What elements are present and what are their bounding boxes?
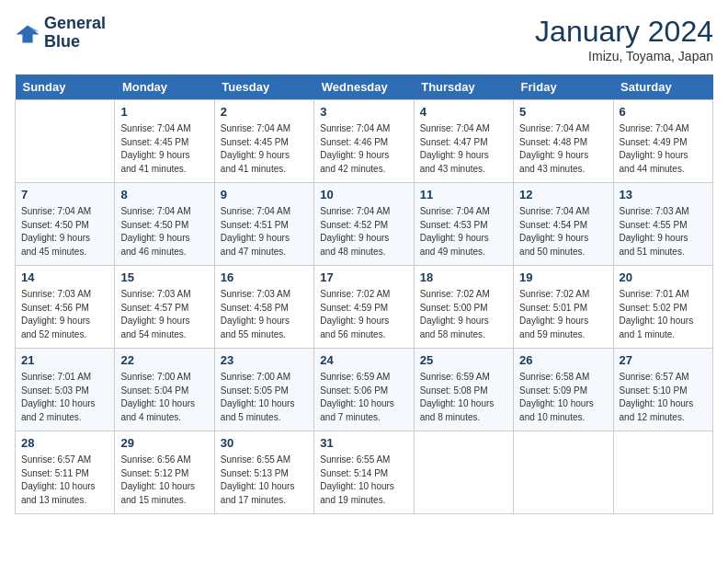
day-number: 10	[320, 187, 407, 203]
calendar-week-row: 28Sunrise: 6:57 AM Sunset: 5:11 PM Dayli…	[16, 431, 713, 514]
day-info: Sunrise: 7:04 AM Sunset: 4:51 PM Dayligh…	[221, 205, 308, 259]
calendar-cell	[613, 431, 712, 514]
calendar-cell: 11Sunrise: 7:04 AM Sunset: 4:53 PM Dayli…	[414, 183, 513, 266]
day-number: 20	[620, 270, 707, 286]
day-info: Sunrise: 7:04 AM Sunset: 4:50 PM Dayligh…	[120, 205, 208, 259]
day-info: Sunrise: 7:04 AM Sunset: 4:50 PM Dayligh…	[21, 205, 108, 259]
day-info: Sunrise: 7:03 AM Sunset: 4:55 PM Dayligh…	[620, 205, 707, 259]
header-wednesday: Wednesday	[314, 75, 414, 100]
day-info: Sunrise: 7:01 AM Sunset: 5:02 PM Dayligh…	[620, 288, 707, 341]
calendar-cell: 8Sunrise: 7:04 AM Sunset: 4:50 PM Daylig…	[115, 183, 214, 266]
calendar-cell: 23Sunrise: 7:00 AM Sunset: 5:05 PM Dayli…	[214, 349, 313, 431]
day-number: 23	[221, 352, 308, 369]
calendar-cell: 15Sunrise: 7:03 AM Sunset: 4:57 PM Dayli…	[115, 266, 214, 349]
calendar-cell: 10Sunrise: 7:04 AM Sunset: 4:52 PM Dayli…	[314, 183, 414, 266]
day-info: Sunrise: 6:58 AM Sunset: 5:09 PM Dayligh…	[519, 371, 607, 424]
calendar-cell: 31Sunrise: 6:55 AM Sunset: 5:14 PM Dayli…	[314, 431, 414, 514]
day-info: Sunrise: 6:57 AM Sunset: 5:10 PM Dayligh…	[620, 371, 707, 424]
calendar-cell: 25Sunrise: 6:59 AM Sunset: 5:08 PM Dayli…	[414, 349, 513, 431]
day-info: Sunrise: 7:03 AM Sunset: 4:56 PM Dayligh…	[21, 288, 108, 341]
title-block: January 2024 Imizu, Toyama, Japan	[535, 15, 713, 63]
day-number: 11	[420, 187, 507, 203]
calendar-cell: 6Sunrise: 7:04 AM Sunset: 4:49 PM Daylig…	[613, 100, 712, 183]
calendar-cell	[514, 431, 613, 514]
day-number: 19	[519, 270, 607, 286]
day-info: Sunrise: 6:59 AM Sunset: 5:08 PM Dayligh…	[420, 371, 507, 424]
calendar-week-row: 1Sunrise: 7:04 AM Sunset: 4:45 PM Daylig…	[16, 100, 713, 183]
day-number: 7	[21, 187, 108, 203]
day-info: Sunrise: 7:03 AM Sunset: 4:57 PM Dayligh…	[120, 288, 208, 341]
day-info: Sunrise: 6:55 AM Sunset: 5:14 PM Dayligh…	[320, 454, 407, 507]
day-info: Sunrise: 6:56 AM Sunset: 5:12 PM Dayligh…	[120, 454, 208, 507]
header-friday: Friday	[514, 75, 613, 100]
calendar-cell: 18Sunrise: 7:02 AM Sunset: 5:00 PM Dayli…	[414, 266, 513, 349]
day-info: Sunrise: 7:02 AM Sunset: 5:00 PM Dayligh…	[420, 288, 507, 341]
day-info: Sunrise: 7:02 AM Sunset: 4:59 PM Dayligh…	[320, 288, 407, 341]
day-info: Sunrise: 7:04 AM Sunset: 4:49 PM Dayligh…	[620, 122, 707, 176]
svg-marker-0	[16, 25, 39, 42]
page-header: General Blue January 2024 Imizu, Toyama,…	[15, 15, 713, 63]
day-info: Sunrise: 7:00 AM Sunset: 5:05 PM Dayligh…	[221, 371, 308, 424]
day-info: Sunrise: 7:03 AM Sunset: 4:58 PM Dayligh…	[221, 288, 308, 341]
day-number: 4	[420, 104, 507, 121]
calendar-week-row: 7Sunrise: 7:04 AM Sunset: 4:50 PM Daylig…	[16, 183, 713, 266]
day-info: Sunrise: 7:04 AM Sunset: 4:46 PM Dayligh…	[320, 122, 407, 176]
calendar-week-row: 21Sunrise: 7:01 AM Sunset: 5:03 PM Dayli…	[16, 349, 713, 431]
calendar-cell: 21Sunrise: 7:01 AM Sunset: 5:03 PM Dayli…	[16, 349, 115, 431]
calendar-cell: 4Sunrise: 7:04 AM Sunset: 4:47 PM Daylig…	[414, 100, 513, 183]
day-info: Sunrise: 6:59 AM Sunset: 5:06 PM Dayligh…	[320, 371, 407, 424]
day-number: 18	[420, 270, 507, 286]
calendar-cell: 3Sunrise: 7:04 AM Sunset: 4:46 PM Daylig…	[314, 100, 414, 183]
day-info: Sunrise: 7:04 AM Sunset: 4:54 PM Dayligh…	[519, 205, 607, 259]
header-sunday: Sunday	[16, 75, 115, 100]
calendar-cell: 26Sunrise: 6:58 AM Sunset: 5:09 PM Dayli…	[514, 349, 613, 431]
day-info: Sunrise: 7:04 AM Sunset: 4:53 PM Dayligh…	[420, 205, 507, 259]
day-info: Sunrise: 6:55 AM Sunset: 5:13 PM Dayligh…	[221, 454, 308, 507]
calendar-cell: 28Sunrise: 6:57 AM Sunset: 5:11 PM Dayli…	[16, 431, 115, 514]
day-number: 14	[21, 270, 108, 286]
day-number: 1	[120, 104, 208, 121]
day-number: 25	[420, 352, 507, 369]
day-info: Sunrise: 7:01 AM Sunset: 5:03 PM Dayligh…	[21, 371, 108, 424]
day-number: 3	[320, 104, 407, 121]
calendar-cell: 19Sunrise: 7:02 AM Sunset: 5:01 PM Dayli…	[514, 266, 613, 349]
calendar-cell: 22Sunrise: 7:00 AM Sunset: 5:04 PM Dayli…	[115, 349, 214, 431]
day-number: 21	[21, 352, 108, 369]
calendar-cell: 12Sunrise: 7:04 AM Sunset: 4:54 PM Dayli…	[514, 183, 613, 266]
day-info: Sunrise: 7:00 AM Sunset: 5:04 PM Dayligh…	[120, 371, 208, 424]
calendar-cell	[414, 431, 513, 514]
calendar-cell: 29Sunrise: 6:56 AM Sunset: 5:12 PM Dayli…	[115, 431, 214, 514]
logo-text: General Blue	[44, 15, 106, 52]
day-number: 13	[620, 187, 707, 203]
day-number: 29	[120, 435, 208, 452]
calendar-cell: 9Sunrise: 7:04 AM Sunset: 4:51 PM Daylig…	[214, 183, 313, 266]
day-number: 28	[21, 435, 108, 452]
day-number: 22	[120, 352, 208, 369]
calendar-cell: 30Sunrise: 6:55 AM Sunset: 5:13 PM Dayli…	[214, 431, 313, 514]
day-number: 8	[120, 187, 208, 203]
month-title: January 2024	[535, 15, 713, 49]
day-number: 5	[519, 104, 607, 121]
calendar-week-row: 14Sunrise: 7:03 AM Sunset: 4:56 PM Dayli…	[16, 266, 713, 349]
day-info: Sunrise: 7:04 AM Sunset: 4:48 PM Dayligh…	[519, 122, 607, 176]
day-number: 6	[620, 104, 707, 121]
calendar-cell: 16Sunrise: 7:03 AM Sunset: 4:58 PM Dayli…	[214, 266, 313, 349]
day-number: 12	[519, 187, 607, 203]
calendar-cell	[16, 100, 115, 183]
day-info: Sunrise: 7:04 AM Sunset: 4:45 PM Dayligh…	[221, 122, 308, 176]
day-number: 24	[320, 352, 407, 369]
calendar-table: SundayMondayTuesdayWednesdayThursdayFrid…	[15, 75, 713, 514]
calendar-cell: 17Sunrise: 7:02 AM Sunset: 4:59 PM Dayli…	[314, 266, 414, 349]
day-number: 30	[221, 435, 308, 452]
day-number: 17	[320, 270, 407, 286]
calendar-cell: 27Sunrise: 6:57 AM Sunset: 5:10 PM Dayli…	[613, 349, 712, 431]
day-info: Sunrise: 7:02 AM Sunset: 5:01 PM Dayligh…	[519, 288, 607, 341]
calendar-cell: 5Sunrise: 7:04 AM Sunset: 4:48 PM Daylig…	[514, 100, 613, 183]
location-subtitle: Imizu, Toyama, Japan	[535, 49, 713, 63]
calendar-cell: 7Sunrise: 7:04 AM Sunset: 4:50 PM Daylig…	[16, 183, 115, 266]
calendar-cell: 14Sunrise: 7:03 AM Sunset: 4:56 PM Dayli…	[16, 266, 115, 349]
logo: General Blue	[15, 15, 106, 52]
day-number: 27	[620, 352, 707, 369]
day-number: 15	[120, 270, 208, 286]
calendar-cell: 13Sunrise: 7:03 AM Sunset: 4:55 PM Dayli…	[613, 183, 712, 266]
